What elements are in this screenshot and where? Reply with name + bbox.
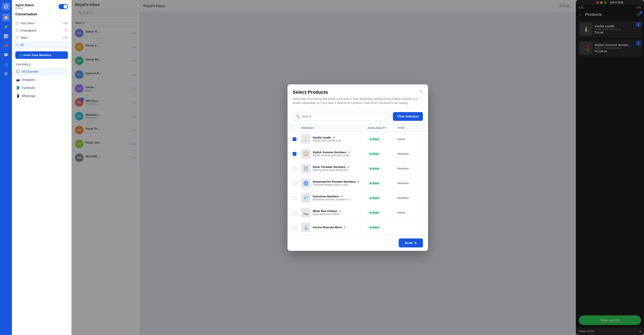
product-info: 💎 Gemstone Necklace ↗ Gemstone pendant, … <box>301 193 368 203</box>
conversation-section-title: Conversation <box>15 12 68 16</box>
nav-item-team[interactable]: ☐ Team 273 <box>14 34 70 41</box>
nav-item-your-inbox[interactable]: ☐ Your Inbox 220 <box>14 20 70 27</box>
facebook-icon: 📘 <box>16 86 20 90</box>
inbox-icon: ☐ <box>16 22 18 25</box>
product-info: 📿 Stylish Summer Necklace ↗ Double chain… <box>301 149 368 159</box>
modal-description: Select upto 30 products that will be a c… <box>292 97 423 105</box>
facebook-label: Facebook <box>22 86 35 90</box>
team-label: Team <box>20 36 28 40</box>
in-stock-badge: In Stock <box>368 167 381 170</box>
in-stock-badge: In Stock <box>368 137 381 141</box>
inbox-label: Your Inbox <box>20 22 34 25</box>
table-row[interactable]: ⛓️ Silver Threader Necklace ↗ Sterling s… <box>288 161 428 176</box>
product-details: Vanilla candle ↗ Vanilla scent candle in… <box>313 136 342 142</box>
agent-status-toggle[interactable] <box>58 4 68 9</box>
table-row[interactable]: ⚓ Anchor Bracelet Mens ↗ In Stock <box>288 220 428 235</box>
product-link[interactable]: ↗ <box>333 136 335 139</box>
all-channels-icon: 💬 <box>16 70 20 74</box>
product-checkbox[interactable] <box>292 211 296 215</box>
product-availability: In Stock <box>368 152 398 156</box>
channel-item-instagram[interactable]: 📷 Instagram <box>14 76 70 84</box>
product-thumbnail: 📿 <box>301 149 310 159</box>
nav-icon-chat[interactable]: 💬 <box>2 51 10 59</box>
nav-icon-settings[interactable]: ⚙️ <box>2 70 10 78</box>
table-row[interactable]: 🛏️ White Bed Clothes ↗ Sleek white bed c… <box>288 205 428 220</box>
product-details: Gemstone Necklace ↗ Gemstone pendant, ho… <box>313 195 351 201</box>
product-details: Stylish Summer Necklace ↗ Double chained… <box>313 151 351 157</box>
agent-status-info: Agent Status: Online <box>15 4 35 10</box>
product-checkbox[interactable] <box>292 152 296 156</box>
nav-bar: 🏠 ⚡ 📊 📣 💬 👥 ⚙️ <box>0 0 12 335</box>
product-type: Necklace <box>398 167 423 170</box>
product-name: Vanilla candle ↗ <box>313 136 342 139</box>
product-checkbox[interactable] <box>292 167 296 170</box>
invite-team-button[interactable]: 👥 Invite Team Members <box>15 51 68 59</box>
channel-item-whatsapp[interactable]: 📱 WhatsApp <box>14 92 70 100</box>
app-logo[interactable] <box>2 3 10 10</box>
product-name: Anchor Bracelet Mens ↗ <box>313 226 346 229</box>
product-link[interactable]: ↗ <box>344 226 346 229</box>
product-thumbnail: 💎 <box>301 193 310 203</box>
product-link[interactable]: ↗ <box>340 195 343 198</box>
product-link[interactable]: ↗ <box>348 151 350 154</box>
modal-footer: Send ➤ <box>288 235 428 251</box>
product-name: Gemstone Necklace ↗ <box>313 195 351 198</box>
nav-item-unassigned[interactable]: ☐ Unassigned 47 <box>14 27 70 34</box>
product-checkbox[interactable] <box>292 137 296 141</box>
nav-icon-home[interactable]: 🏠 <box>2 14 10 21</box>
table-header: Product Availability Type <box>288 124 428 132</box>
nav-icon-team[interactable]: 👥 <box>2 61 10 68</box>
product-availability: In Stock <box>368 225 398 229</box>
product-info: 🕯️ Vanilla candle ↗ Vanilla scent candle… <box>301 134 368 144</box>
instagram-icon: 📷 <box>16 78 20 82</box>
select-products-modal: Select Products Select upto 30 products … <box>288 84 428 251</box>
product-availability: In Stock <box>368 196 398 200</box>
product-description: Turquoise beaded dream catch... <box>313 183 359 186</box>
modal-search-input[interactable] <box>302 115 387 118</box>
product-checkbox[interactable] <box>292 181 296 185</box>
product-availability: In Stock <box>368 211 398 215</box>
product-link[interactable]: ↗ <box>338 210 341 213</box>
product-checkbox[interactable] <box>292 225 296 229</box>
product-type: Indoor <box>398 211 423 214</box>
product-description: Sleek white bed clothes <box>313 213 341 216</box>
modal-search-box[interactable]: 🔍 <box>292 112 390 121</box>
agent-status-row: Agent Status: Online <box>15 4 68 10</box>
product-thumbnail: 🌀 <box>301 179 310 188</box>
product-checkbox[interactable] <box>292 196 296 200</box>
product-details: Anchor Bracelet Mens ↗ <box>313 226 346 229</box>
unassigned-icon: ☐ <box>16 29 18 32</box>
all-icon: ☐ <box>16 43 18 47</box>
channel-item-all[interactable]: 💬 All Channels <box>14 68 70 76</box>
product-description: Gemstone pendant, housed in s... <box>313 198 351 201</box>
channel-item-facebook[interactable]: 📘 Facebook <box>14 84 70 92</box>
inbox-count: 220 <box>63 22 68 25</box>
sidebar: Agent Status: Online Conversation ☐ Your… <box>12 0 72 335</box>
nav-icon-megaphone[interactable]: 📣 <box>2 42 10 50</box>
th-type: Type <box>398 127 423 130</box>
table-row[interactable]: 🕯️ Vanilla candle ↗ Vanilla scent candle… <box>288 132 428 147</box>
nav-item-all[interactable]: ☐ All <box>14 42 70 48</box>
whatsapp-label: WhatsApp <box>22 94 36 98</box>
modal-close-button[interactable]: × <box>418 89 424 95</box>
table-row[interactable]: 💎 Gemstone Necklace ↗ Gemstone pendant, … <box>288 191 428 205</box>
product-thumbnail: 🛏️ <box>301 208 310 217</box>
table-row[interactable]: 📿 Stylish Summer Necklace ↗ Double chain… <box>288 147 428 161</box>
product-type: Indoor <box>398 137 423 141</box>
clear-selection-button[interactable]: Clear Selection <box>393 112 423 121</box>
channels-section: Channels 💬 All Channels 📷 Instagram 📘 Fa… <box>12 61 71 100</box>
send-label: Send <box>405 241 412 245</box>
product-details: White Bed Clothes ↗ Sleek white bed clot… <box>313 209 341 216</box>
table-row[interactable]: 🌀 Dreamcatcher Pendant Necklace ↗ Turquo… <box>288 176 428 191</box>
nav-icon-lightning[interactable]: ⚡ <box>2 23 10 31</box>
all-channels-label: All Channels <box>22 70 38 73</box>
nav-icon-chart[interactable]: 📊 <box>2 32 10 40</box>
send-button[interactable]: Send ➤ <box>399 238 423 247</box>
product-type: Necklace <box>398 152 423 155</box>
product-link[interactable]: ↗ <box>347 166 349 169</box>
product-info: ⛓️ Silver Threader Necklace ↗ Sterling s… <box>301 164 368 173</box>
invite-icon: 👥 <box>19 54 22 57</box>
team-icon: ☐ <box>16 36 18 40</box>
send-arrow-icon: ➤ <box>414 241 417 245</box>
product-link[interactable]: ↗ <box>357 180 359 183</box>
